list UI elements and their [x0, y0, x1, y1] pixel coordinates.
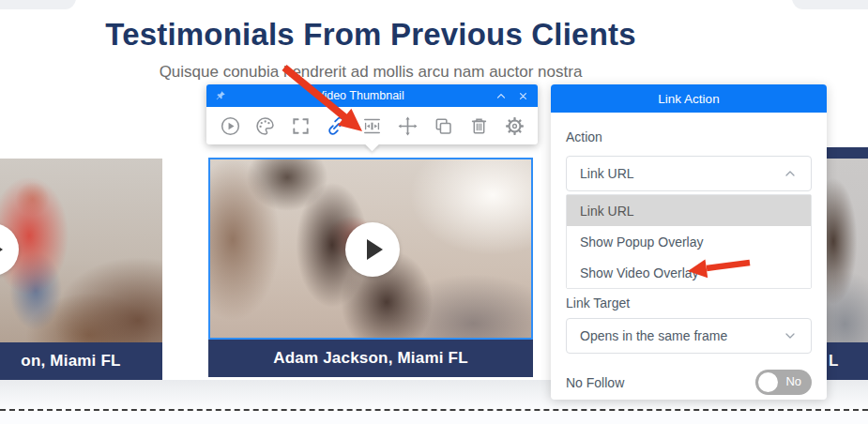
- next-section-background: [0, 411, 868, 424]
- action-dropdown-list: Link URL Show Popup Overlay Show Video O…: [566, 194, 812, 289]
- action-select[interactable]: Link URL: [566, 156, 812, 191]
- link-target-value: Opens in the same frame: [580, 328, 727, 343]
- duplicate-icon[interactable]: [432, 114, 454, 137]
- link-target-select[interactable]: Opens in the same frame: [566, 318, 812, 354]
- testimonial-card-left[interactable]: on, Miami FL: [0, 159, 162, 380]
- module-toolbar: Video Thumbnail: [206, 84, 538, 144]
- video-thumbnail-image[interactable]: [0, 159, 162, 342]
- page-subtitle: Quisque conubia hendrerit ad mollis arcu…: [0, 63, 741, 82]
- palette-icon[interactable]: [254, 114, 277, 137]
- column-width-icon[interactable]: [361, 114, 384, 137]
- dropdown-option-link-url[interactable]: Link URL: [567, 195, 811, 226]
- move-icon[interactable]: [396, 114, 419, 137]
- module-title: Video Thumbnail: [226, 89, 495, 102]
- pin-icon[interactable]: [215, 90, 226, 101]
- adjacent-section-edge: [792, 0, 868, 9]
- play-icon: [0, 239, 3, 260]
- page-title: Testimonials From Previous Clients: [0, 17, 741, 53]
- link-action-panel: Link Action Action Link URL Link URL Sho…: [551, 84, 827, 400]
- toggle-knob: [758, 372, 778, 392]
- trash-icon[interactable]: [467, 114, 490, 137]
- link-icon[interactable]: [326, 114, 348, 137]
- play-button[interactable]: [345, 222, 400, 277]
- action-label: Action: [566, 129, 812, 144]
- testimonial-caption: Adam Jackson, Miami FL: [208, 340, 533, 377]
- dropdown-option-show-video-overlay[interactable]: Show Video Overlay: [567, 257, 811, 288]
- collapse-icon[interactable]: [495, 89, 508, 102]
- expand-icon[interactable]: [290, 114, 312, 137]
- chevron-down-icon: [783, 328, 798, 343]
- panel-title: Link Action: [551, 84, 827, 113]
- module-toolbar-header[interactable]: Video Thumbnail: [206, 84, 538, 107]
- close-icon[interactable]: [517, 90, 529, 102]
- link-target-label: Link Target: [566, 295, 812, 310]
- gear-icon[interactable]: [503, 114, 525, 137]
- card-top-strip: [826, 147, 868, 159]
- no-follow-label: No Follow: [566, 375, 624, 390]
- chevron-up-icon: [783, 166, 798, 181]
- adjacent-section-edge: [0, 0, 76, 9]
- play-icon[interactable]: [219, 114, 241, 137]
- no-follow-toggle[interactable]: No: [755, 370, 812, 395]
- builder-canvas: Testimonials From Previous Clients Quisq…: [0, 0, 868, 424]
- testimonial-caption: L: [826, 342, 868, 380]
- play-icon: [367, 239, 383, 260]
- video-thumbnail-image[interactable]: [826, 159, 868, 342]
- testimonial-caption: on, Miami FL: [0, 342, 162, 380]
- action-select-value: Link URL: [580, 166, 634, 181]
- testimonial-card-right[interactable]: L: [826, 147, 868, 380]
- dropdown-option-show-popup-overlay[interactable]: Show Popup Overlay: [567, 226, 811, 257]
- toggle-state-label: No: [785, 374, 801, 388]
